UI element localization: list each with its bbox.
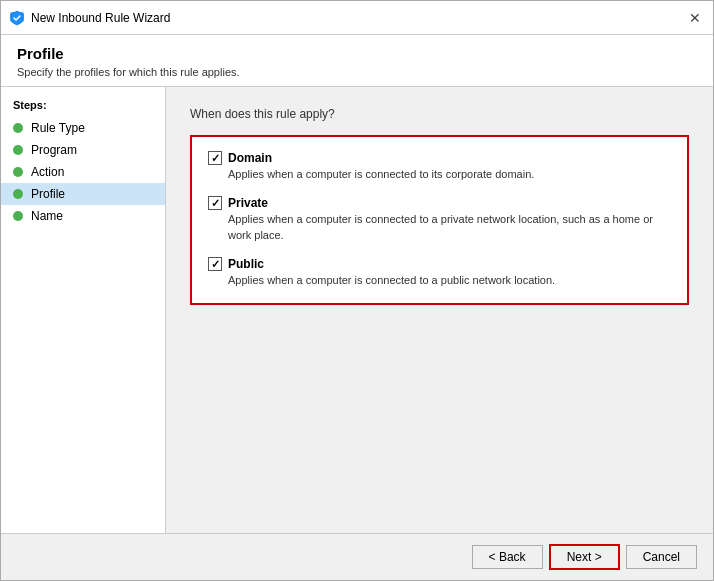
option-public-label: Public xyxy=(228,257,264,271)
step-label-name: Name xyxy=(31,209,63,223)
main-body: Steps: Rule Type Program Action Profile … xyxy=(1,87,713,533)
step-label-action: Action xyxy=(31,165,64,179)
sidebar-item-action[interactable]: Action xyxy=(1,161,165,183)
app-icon xyxy=(9,10,25,26)
footer: < Back Next > Cancel xyxy=(1,533,713,580)
option-private-header: Private xyxy=(208,196,671,210)
option-private-desc: Applies when a computer is connected to … xyxy=(228,212,671,243)
option-domain-label: Domain xyxy=(228,151,272,165)
next-button[interactable]: Next > xyxy=(549,544,620,570)
page-header: Profile Specify the profiles for which t… xyxy=(1,35,713,87)
option-domain-desc: Applies when a computer is connected to … xyxy=(228,167,671,182)
question-text: When does this rule apply? xyxy=(190,107,689,121)
step-dot-action xyxy=(13,167,23,177)
checkbox-public[interactable] xyxy=(208,257,222,271)
option-public-header: Public xyxy=(208,257,671,271)
page-subtitle: Specify the profiles for which this rule… xyxy=(17,66,697,78)
option-public: Public Applies when a computer is connec… xyxy=(208,257,671,288)
step-dot-profile xyxy=(13,189,23,199)
checkbox-private[interactable] xyxy=(208,196,222,210)
option-private: Private Applies when a computer is conne… xyxy=(208,196,671,243)
back-button[interactable]: < Back xyxy=(472,545,543,569)
sidebar-item-profile[interactable]: Profile xyxy=(1,183,165,205)
step-dot-name xyxy=(13,211,23,221)
step-label-program: Program xyxy=(31,143,77,157)
title-bar: New Inbound Rule Wizard ✕ xyxy=(1,1,713,35)
window-title: New Inbound Rule Wizard xyxy=(31,11,170,25)
title-bar-left: New Inbound Rule Wizard xyxy=(9,10,170,26)
sidebar: Steps: Rule Type Program Action Profile … xyxy=(1,87,166,533)
step-label-rule-type: Rule Type xyxy=(31,121,85,135)
cancel-button[interactable]: Cancel xyxy=(626,545,697,569)
checkbox-domain[interactable] xyxy=(208,151,222,165)
sidebar-item-rule-type[interactable]: Rule Type xyxy=(1,117,165,139)
sidebar-item-program[interactable]: Program xyxy=(1,139,165,161)
sidebar-item-name[interactable]: Name xyxy=(1,205,165,227)
steps-label: Steps: xyxy=(1,99,165,117)
right-panel: When does this rule apply? Domain Applie… xyxy=(166,87,713,533)
option-domain: Domain Applies when a computer is connec… xyxy=(208,151,671,182)
step-label-profile: Profile xyxy=(31,187,65,201)
close-button[interactable]: ✕ xyxy=(685,8,705,28)
option-public-desc: Applies when a computer is connected to … xyxy=(228,273,671,288)
wizard-window: New Inbound Rule Wizard ✕ Profile Specif… xyxy=(0,0,714,581)
option-domain-header: Domain xyxy=(208,151,671,165)
page-title: Profile xyxy=(17,45,697,62)
step-dot-rule-type xyxy=(13,123,23,133)
option-private-label: Private xyxy=(228,196,268,210)
step-dot-program xyxy=(13,145,23,155)
options-box: Domain Applies when a computer is connec… xyxy=(190,135,689,305)
